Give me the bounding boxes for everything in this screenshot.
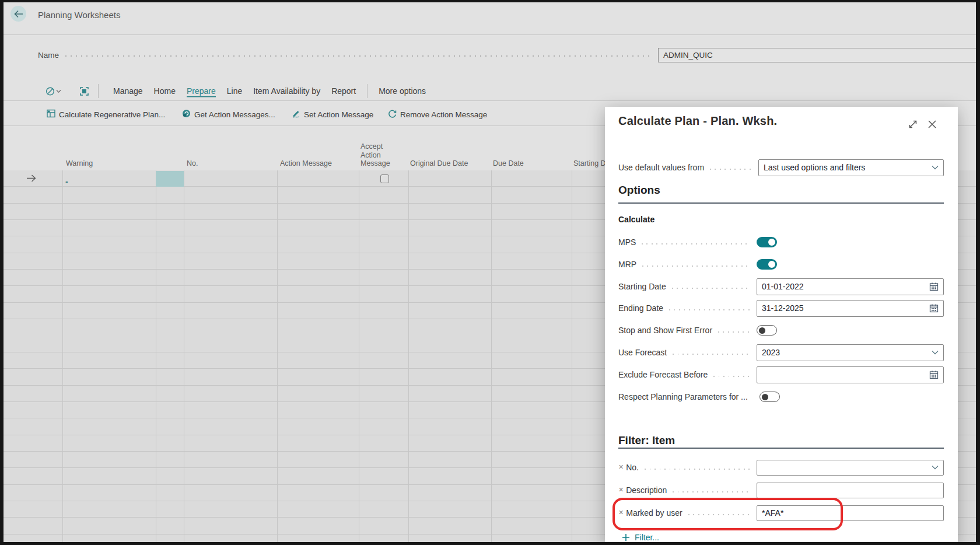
no-field[interactable] bbox=[757, 460, 944, 476]
mrp-toggle[interactable] bbox=[757, 259, 777, 270]
option-row-use-forecast: Use Forecast2023 bbox=[618, 341, 944, 364]
menu-item-item-availability-by[interactable]: Item Availability by bbox=[253, 86, 320, 96]
stop-and-show-first-error-toggle[interactable] bbox=[757, 325, 777, 336]
name-label: Name bbox=[38, 51, 59, 60]
action-set-action-message[interactable]: Set Action Message bbox=[292, 109, 373, 120]
menu-item-home[interactable]: Home bbox=[154, 86, 176, 96]
red-annotation bbox=[612, 498, 843, 530]
grid-column-line bbox=[62, 170, 63, 542]
column-header-warning[interactable]: Warning bbox=[66, 159, 93, 168]
back-arrow-icon bbox=[14, 10, 23, 18]
action-calculate-regenerative-plan[interactable]: Calculate Regenerative Plan... bbox=[47, 109, 165, 120]
dialog-title: Calculate Plan - Plan. Wksh. bbox=[618, 114, 777, 128]
column-header-action-message[interactable]: Action Message bbox=[280, 159, 332, 168]
accept-action-checkbox[interactable] bbox=[380, 174, 389, 183]
set-action-message-icon bbox=[292, 109, 300, 120]
selected-cell[interactable] bbox=[156, 171, 184, 187]
expand-dialog-icon[interactable] bbox=[908, 119, 918, 130]
active-row-arrow-icon bbox=[26, 174, 36, 185]
menu-separator-2 bbox=[367, 84, 368, 98]
option-row-respect-planning-parameters-for: Respect Planning Parameters for ... bbox=[618, 386, 944, 408]
title-divider bbox=[4, 34, 976, 35]
exclude-forecast-before-field[interactable] bbox=[757, 366, 944, 383]
use-default-values-value: Last used options and filters bbox=[759, 163, 932, 172]
name-leader-dots bbox=[65, 55, 653, 57]
grid-column-line bbox=[572, 170, 572, 542]
remove-filter-icon[interactable]: ✕ bbox=[618, 463, 624, 471]
use-forecast-field[interactable]: 2023 bbox=[757, 344, 944, 361]
page-title: Planning Worksheets bbox=[38, 10, 120, 20]
calendar-icon[interactable] bbox=[929, 370, 939, 379]
close-dialog-icon[interactable] bbox=[927, 119, 937, 130]
calculate-plan-dialog: Calculate Plan - Plan. Wksh. Use default… bbox=[605, 107, 958, 545]
name-input-value: ADMIN_QUIC bbox=[663, 51, 713, 60]
action-remove-action-message[interactable]: Remove Action Message bbox=[388, 109, 487, 120]
grid-column-line bbox=[277, 170, 278, 542]
plus-icon bbox=[622, 533, 630, 541]
chevron-down-icon bbox=[932, 165, 939, 170]
filter-item-heading: Filter: Item bbox=[618, 434, 675, 447]
menu-bar: ManageHomePrepareLineItem Availability b… bbox=[113, 84, 426, 98]
calculate-regenerative-plan-icon bbox=[47, 109, 55, 120]
calendar-icon[interactable] bbox=[929, 282, 939, 291]
focus-mode-icon[interactable] bbox=[79, 86, 89, 99]
column-header-no-[interactable]: No. bbox=[187, 159, 198, 168]
grid-column-line bbox=[156, 170, 156, 542]
respect-planning-parameters-for-toggle[interactable] bbox=[760, 392, 780, 402]
starting-date-field[interactable]: 01-01-2022 bbox=[757, 278, 944, 295]
menu-item-prepare[interactable]: Prepare bbox=[187, 86, 216, 96]
grid-column-line bbox=[359, 170, 359, 542]
assist-menu-icon[interactable] bbox=[46, 86, 63, 99]
options-divider bbox=[618, 202, 944, 204]
remove-filter-icon[interactable]: ✕ bbox=[618, 486, 624, 494]
warning-cell-value: - bbox=[65, 177, 68, 186]
get-action-messages-icon bbox=[182, 109, 191, 120]
use-default-values-label: Use default values from bbox=[618, 163, 704, 172]
mps-toggle[interactable] bbox=[757, 237, 777, 247]
use-default-values-row: Use default values from Last used option… bbox=[618, 156, 944, 179]
remove-action-message-icon bbox=[388, 109, 397, 120]
calendar-icon[interactable] bbox=[929, 303, 939, 313]
menu-item-report[interactable]: Report bbox=[331, 86, 356, 96]
menu-item-line[interactable]: Line bbox=[227, 86, 242, 96]
chevron-down-icon bbox=[932, 350, 939, 355]
grid-column-line bbox=[491, 170, 492, 542]
name-input[interactable]: ADMIN_QUIC bbox=[658, 48, 980, 62]
back-button[interactable] bbox=[10, 6, 26, 22]
option-row-exclude-forecast-before: Exclude Forecast Before bbox=[618, 364, 944, 386]
calculate-group-label: Calculate bbox=[618, 215, 654, 224]
add-filter-button[interactable]: Filter... bbox=[622, 533, 659, 542]
option-row-ending-date: Ending Date31-12-2025 bbox=[618, 297, 944, 319]
grid-column-line bbox=[408, 170, 409, 542]
option-row-starting-date: Starting Date01-01-2022 bbox=[618, 275, 944, 298]
column-header-original-due-date[interactable]: Original Due Date bbox=[410, 159, 468, 168]
menu-item-manage[interactable]: Manage bbox=[113, 86, 143, 96]
add-filter-label: Filter... bbox=[635, 533, 659, 542]
column-header-accept-action-message[interactable]: Accept Action Message bbox=[360, 142, 390, 168]
action-get-action-messages[interactable]: Get Action Messages... bbox=[182, 109, 275, 120]
menu-item-more-options[interactable]: More options bbox=[379, 86, 426, 96]
chevron-down-icon bbox=[932, 465, 939, 470]
description-field[interactable] bbox=[757, 483, 944, 498]
column-header-due-date[interactable]: Due Date bbox=[493, 159, 524, 168]
options-heading: Options bbox=[618, 184, 660, 197]
option-row-stop-and-show-first-error: Stop and Show First Error bbox=[618, 319, 944, 341]
menu-separator bbox=[98, 84, 99, 98]
ending-date-field[interactable]: 31-12-2025 bbox=[757, 300, 944, 317]
grid-column-line bbox=[184, 170, 184, 542]
option-row-mps: MPS bbox=[618, 231, 944, 253]
filter-row-no: ✕No. bbox=[618, 456, 944, 478]
use-default-values-select[interactable]: Last used options and filters bbox=[758, 159, 944, 176]
option-row-mrp: MRP bbox=[618, 253, 944, 275]
ribbon-divider bbox=[4, 100, 976, 101]
filter-divider bbox=[618, 448, 944, 449]
